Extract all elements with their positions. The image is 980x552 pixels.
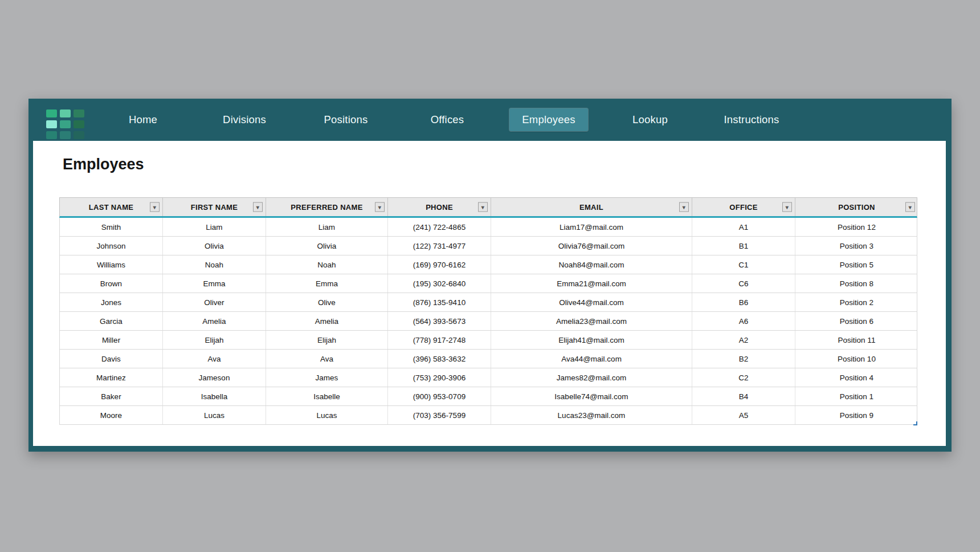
table-cell[interactable]: Moore bbox=[60, 406, 163, 424]
filter-dropdown-button[interactable]: ▾ bbox=[150, 202, 160, 212]
table-cell[interactable]: James82@mail.com bbox=[491, 368, 692, 387]
table-cell[interactable]: C2 bbox=[692, 368, 795, 387]
table-cell[interactable]: B1 bbox=[692, 237, 795, 255]
logo-tile bbox=[74, 131, 84, 139]
table-cell[interactable]: A6 bbox=[692, 312, 795, 330]
table-cell[interactable]: Isabelle bbox=[266, 387, 388, 405]
nav-item-employees[interactable]: Employees bbox=[498, 99, 599, 141]
table-cell[interactable]: Amelia bbox=[266, 312, 388, 330]
table-cell[interactable]: Johnson bbox=[60, 237, 163, 255]
table-cell[interactable]: Elijah41@mail.com bbox=[491, 331, 692, 349]
table-cell[interactable]: Position 4 bbox=[795, 368, 918, 387]
nav-items: HomeDivisionsPositionsOfficesEmployeesLo… bbox=[92, 99, 802, 141]
table-cell[interactable]: Position 6 bbox=[795, 312, 918, 330]
table-cell[interactable]: Isabella bbox=[163, 387, 266, 405]
table-cell[interactable]: Baker bbox=[60, 387, 163, 405]
table-cell[interactable]: (122) 731-4977 bbox=[388, 237, 491, 255]
table-cell[interactable]: Position 3 bbox=[795, 237, 918, 255]
filter-dropdown-button[interactable]: ▾ bbox=[905, 202, 915, 212]
filter-dropdown-button[interactable]: ▾ bbox=[375, 202, 385, 212]
table-cell[interactable]: Garcia bbox=[60, 312, 163, 330]
table-row: MooreLucasLucas(703) 356-7599Lucas23@mai… bbox=[60, 406, 917, 425]
table-cell[interactable]: Ava bbox=[266, 350, 388, 368]
table-cell[interactable]: Olivia76@mail.com bbox=[491, 237, 692, 255]
table-cell[interactable]: (241) 722-4865 bbox=[388, 218, 491, 236]
table-cell[interactable]: A2 bbox=[692, 331, 795, 349]
table-cell[interactable]: Position 8 bbox=[795, 274, 918, 293]
caret-down-icon: ▾ bbox=[481, 204, 484, 210]
table-cell[interactable]: Noah84@mail.com bbox=[491, 255, 692, 274]
table-cell[interactable]: Position 10 bbox=[795, 350, 918, 368]
table-cell[interactable]: Olivia bbox=[163, 237, 266, 255]
table-cell[interactable]: Emma21@mail.com bbox=[491, 274, 692, 293]
table-cell[interactable]: Noah bbox=[163, 255, 266, 274]
table-cell[interactable]: (900) 953-0709 bbox=[388, 387, 491, 405]
filter-dropdown-button[interactable]: ▾ bbox=[782, 202, 792, 212]
table-cell[interactable]: Ava44@mail.com bbox=[491, 350, 692, 368]
filter-dropdown-button[interactable]: ▾ bbox=[478, 202, 488, 212]
table-cell[interactable]: Olive bbox=[266, 293, 388, 311]
table-cell[interactable]: (169) 970-6162 bbox=[388, 255, 491, 274]
table-cell[interactable]: Martinez bbox=[60, 368, 163, 387]
table-cell[interactable]: Position 5 bbox=[795, 255, 918, 274]
logo-tile bbox=[46, 109, 57, 117]
filter-dropdown-button[interactable]: ▾ bbox=[253, 202, 263, 212]
table-cell[interactable]: (778) 917-2748 bbox=[388, 331, 491, 349]
table-cell[interactable]: A1 bbox=[692, 218, 795, 236]
table-cell[interactable]: Elijah bbox=[163, 331, 266, 349]
column-header-label: PHONE bbox=[426, 203, 453, 212]
table-cell[interactable]: Isabelle74@mail.com bbox=[491, 387, 692, 405]
table-cell[interactable]: Olivia bbox=[266, 237, 388, 255]
table-cell[interactable]: Noah bbox=[266, 255, 388, 274]
table-cell[interactable]: (396) 583-3632 bbox=[388, 350, 491, 368]
table-cell[interactable]: (753) 290-3906 bbox=[388, 368, 491, 387]
table-cell[interactable]: Liam17@mail.com bbox=[491, 218, 692, 236]
table-cell[interactable]: C1 bbox=[692, 255, 795, 274]
nav-item-divisions[interactable]: Divisions bbox=[194, 99, 295, 141]
table-cell[interactable]: Emma bbox=[266, 274, 388, 293]
table-cell[interactable]: (564) 393-5673 bbox=[388, 312, 491, 330]
table-resize-handle[interactable] bbox=[913, 421, 917, 425]
table-cell[interactable]: (876) 135-9410 bbox=[388, 293, 491, 311]
table-cell[interactable]: Position 1 bbox=[795, 387, 918, 405]
table-cell[interactable]: Davis bbox=[60, 350, 163, 368]
nav-item-lookup[interactable]: Lookup bbox=[599, 99, 701, 141]
table-cell[interactable]: Miller bbox=[60, 331, 163, 349]
table-cell[interactable]: Liam bbox=[266, 218, 388, 236]
table-cell[interactable]: Oliver bbox=[163, 293, 266, 311]
table-cell[interactable]: Position 11 bbox=[795, 331, 918, 349]
nav-item-home[interactable]: Home bbox=[92, 99, 194, 141]
table-cell[interactable]: Emma bbox=[163, 274, 266, 293]
table-cell[interactable]: B6 bbox=[692, 293, 795, 311]
table-cell[interactable]: Ava bbox=[163, 350, 266, 368]
table-cell[interactable]: Brown bbox=[60, 274, 163, 293]
table-cell[interactable]: Elijah bbox=[266, 331, 388, 349]
logo-tile bbox=[74, 109, 84, 117]
table-cell[interactable]: Olive44@mail.com bbox=[491, 293, 692, 311]
table-cell[interactable]: Lucas bbox=[266, 406, 388, 424]
table-cell[interactable]: Liam bbox=[163, 218, 266, 236]
table-row: JonesOliverOlive(876) 135-9410Olive44@ma… bbox=[60, 293, 917, 312]
table-cell[interactable]: B4 bbox=[692, 387, 795, 405]
table-cell[interactable]: Position 9 bbox=[795, 406, 918, 424]
table-cell[interactable]: Jones bbox=[60, 293, 163, 311]
filter-dropdown-button[interactable]: ▾ bbox=[679, 202, 689, 212]
table-cell[interactable]: Position 12 bbox=[795, 218, 918, 236]
table-cell[interactable]: Smith bbox=[60, 218, 163, 236]
table-cell[interactable]: (703) 356-7599 bbox=[388, 406, 491, 424]
table-cell[interactable]: C6 bbox=[692, 274, 795, 293]
table-cell[interactable]: Lucas bbox=[163, 406, 266, 424]
table-cell[interactable]: Jameson bbox=[163, 368, 266, 387]
table-cell[interactable]: James bbox=[266, 368, 388, 387]
nav-item-instructions[interactable]: Instructions bbox=[701, 99, 802, 141]
table-cell[interactable]: Amelia bbox=[163, 312, 266, 330]
table-cell[interactable]: Amelia23@mail.com bbox=[491, 312, 692, 330]
table-cell[interactable]: (195) 302-6840 bbox=[388, 274, 491, 293]
nav-item-offices[interactable]: Offices bbox=[397, 99, 498, 141]
table-cell[interactable]: A5 bbox=[692, 406, 795, 424]
table-cell[interactable]: Position 2 bbox=[795, 293, 918, 311]
nav-item-positions[interactable]: Positions bbox=[295, 99, 397, 141]
table-cell[interactable]: Lucas23@mail.com bbox=[491, 406, 692, 424]
table-cell[interactable]: Williams bbox=[60, 255, 163, 274]
table-cell[interactable]: B2 bbox=[692, 350, 795, 368]
